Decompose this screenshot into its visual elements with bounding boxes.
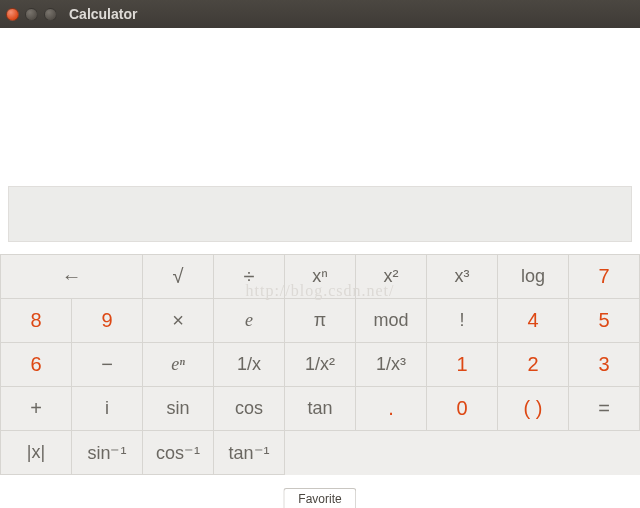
divide-button[interactable]: ÷	[214, 255, 285, 299]
close-icon[interactable]	[6, 8, 19, 21]
add-button[interactable]: +	[1, 387, 72, 431]
blank-area	[0, 28, 640, 186]
window-buttons	[6, 8, 57, 21]
equals-button[interactable]: =	[569, 387, 640, 431]
inv-x2-button[interactable]: 1/x²	[285, 343, 356, 387]
digit-5-button[interactable]: 5	[569, 299, 640, 343]
digit-3-button[interactable]: 3	[569, 343, 640, 387]
sqrt-button[interactable]: √	[143, 255, 214, 299]
log-button[interactable]: log	[498, 255, 569, 299]
digit-7-button[interactable]: 7	[569, 255, 640, 299]
x-pow-n-button[interactable]: xⁿ	[285, 255, 356, 299]
digit-2-button[interactable]: 2	[498, 343, 569, 387]
content-area: http://blog.csdn.net/ ← √ ÷ xⁿ x² x³ log…	[0, 28, 640, 508]
pi-button[interactable]: π	[285, 299, 356, 343]
digit-6-button[interactable]: 6	[1, 343, 72, 387]
titlebar: Calculator	[0, 0, 640, 28]
maximize-icon[interactable]	[44, 8, 57, 21]
x-cubed-button[interactable]: x³	[427, 255, 498, 299]
mod-button[interactable]: mod	[356, 299, 427, 343]
favorite-tab[interactable]: Favorite	[283, 488, 356, 508]
digit-0-button[interactable]: 0	[427, 387, 498, 431]
parentheses-button[interactable]: ( )	[498, 387, 569, 431]
decimal-point-button[interactable]: .	[356, 387, 427, 431]
e-pow-n-button[interactable]: eⁿ	[143, 343, 214, 387]
minimize-icon[interactable]	[25, 8, 38, 21]
display[interactable]	[8, 186, 632, 242]
imaginary-button[interactable]: i	[72, 387, 143, 431]
inv-x3-button[interactable]: 1/x³	[356, 343, 427, 387]
sin-button[interactable]: sin	[143, 387, 214, 431]
reciprocal-button[interactable]: 1/x	[214, 343, 285, 387]
asin-button[interactable]: sin⁻¹	[72, 431, 143, 475]
digit-1-button[interactable]: 1	[427, 343, 498, 387]
factorial-button[interactable]: !	[427, 299, 498, 343]
window-title: Calculator	[69, 6, 137, 22]
keypad: ← √ ÷ xⁿ x² x³ log 7 8 9 × e π mod ! 4 5…	[0, 254, 640, 475]
backspace-button[interactable]: ←	[1, 255, 143, 299]
digit-4-button[interactable]: 4	[498, 299, 569, 343]
calculator-window: Calculator http://blog.csdn.net/ ← √ ÷ x…	[0, 0, 640, 508]
x-squared-button[interactable]: x²	[356, 255, 427, 299]
e-constant-button[interactable]: e	[214, 299, 285, 343]
tan-button[interactable]: tan	[285, 387, 356, 431]
subtract-button[interactable]: −	[72, 343, 143, 387]
atan-button[interactable]: tan⁻¹	[214, 431, 285, 475]
digit-9-button[interactable]: 9	[72, 299, 143, 343]
acos-button[interactable]: cos⁻¹	[143, 431, 214, 475]
abs-button[interactable]: |x|	[1, 431, 72, 475]
digit-8-button[interactable]: 8	[1, 299, 72, 343]
cos-button[interactable]: cos	[214, 387, 285, 431]
multiply-button[interactable]: ×	[143, 299, 214, 343]
display-wrap	[0, 186, 640, 250]
